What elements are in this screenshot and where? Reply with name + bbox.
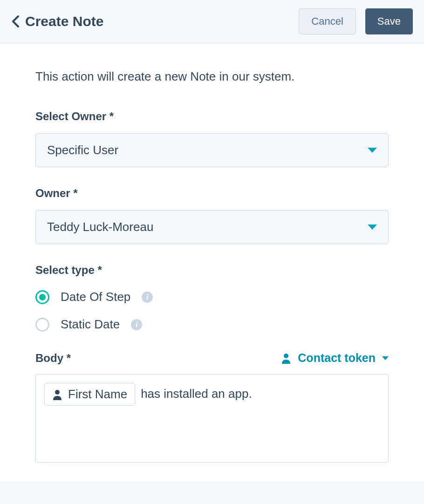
caret-down-icon	[368, 148, 377, 153]
select-owner-dropdown[interactable]: Specific User	[35, 133, 389, 167]
radio-date-of-step[interactable]: Date Of Step i	[35, 290, 389, 304]
svg-point-0	[284, 354, 288, 358]
content: This action will create a new Note in ou…	[0, 43, 424, 481]
radio-label-static-date: Static Date	[61, 317, 120, 332]
body-header: Body * Contact token	[35, 351, 389, 365]
radio-group: Date Of Step i Static Date i	[35, 290, 389, 332]
select-type-label: Select type *	[35, 264, 389, 277]
header-buttons: Cancel Save	[299, 8, 413, 34]
select-owner-label: Select Owner *	[35, 110, 389, 123]
svg-point-1	[55, 390, 60, 395]
owner-group: Owner * Teddy Luck-Moreau	[35, 187, 389, 244]
radio-dot-icon	[39, 294, 46, 300]
person-icon	[52, 389, 62, 400]
header-left: Create Note	[11, 14, 103, 29]
caret-down-icon	[382, 356, 389, 360]
description-text: This action will create a new Note in ou…	[35, 69, 389, 84]
info-icon[interactable]: i	[131, 319, 142, 330]
contact-token-button[interactable]: Contact token	[281, 351, 389, 365]
select-owner-value: Specific User	[47, 143, 118, 157]
cancel-button[interactable]: Cancel	[299, 8, 356, 34]
info-icon[interactable]: i	[142, 292, 153, 303]
save-button[interactable]: Save	[365, 8, 413, 34]
body-text: has installed an app.	[141, 383, 252, 401]
radio-static-date[interactable]: Static Date i	[35, 317, 389, 332]
owner-dropdown[interactable]: Teddy Luck-Moreau	[35, 210, 389, 244]
select-owner-group: Select Owner * Specific User	[35, 110, 389, 167]
owner-value: Teddy Luck-Moreau	[47, 220, 153, 234]
token-chip-label: First Name	[68, 387, 127, 402]
body-editor[interactable]: First Name has installed an app.	[35, 374, 389, 463]
radio-circle-icon	[35, 290, 49, 304]
page-title: Create Note	[25, 14, 103, 29]
owner-label: Owner *	[35, 187, 389, 200]
contact-token-label: Contact token	[298, 351, 376, 365]
caret-down-icon	[368, 225, 377, 230]
body-label: Body *	[35, 352, 71, 365]
select-type-group: Select type * Date Of Step i Static Date…	[35, 264, 389, 332]
person-icon	[281, 353, 291, 364]
radio-circle-icon	[35, 318, 49, 332]
token-chip-first-name[interactable]: First Name	[44, 383, 135, 406]
header: Create Note Cancel Save	[0, 0, 424, 43]
back-chevron-icon[interactable]	[11, 15, 20, 28]
radio-label-date-of-step: Date Of Step	[61, 290, 130, 304]
